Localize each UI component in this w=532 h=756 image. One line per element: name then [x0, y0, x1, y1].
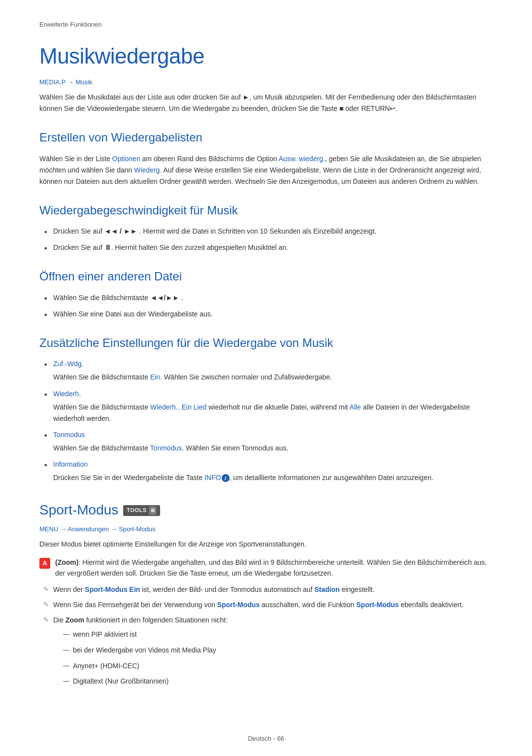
- note-item-1: Wenn der Sport-Modus Ein ist, werden der…: [39, 584, 493, 595]
- dash-item-2: bei der Wiedergabe von Videos mit Media …: [63, 645, 493, 656]
- page-footer: Deutsch - 66: [0, 734, 532, 744]
- list-item: Drücken Sie auf ◄◄ / ►► . Hiermit wird d…: [39, 226, 493, 237]
- intro-text: Wählen Sie die Musikdatei aus der Liste …: [39, 92, 493, 114]
- section-zusaetzlich-title: Zusätzliche Einstellungen für die Wieder…: [39, 334, 493, 352]
- sport-notes: Wenn der Sport-Modus Ein ist, werden der…: [39, 584, 493, 687]
- list-item-wiederh: Wiederh. Wählen Sie die Bildschirmtaste …: [39, 388, 493, 424]
- tools-icon: ⊞: [149, 506, 157, 515]
- sport-title: Sport-Modus: [39, 499, 118, 521]
- page-title: Musikwiedergabe: [39, 39, 493, 73]
- section-erstellen-title: Erstellen von Wiedergabelisten: [39, 128, 493, 147]
- dash-item-1: wenn PIP aktiviert ist: [63, 629, 493, 641]
- list-item: Wählen Sie die Bildschirmtaste ◄◄/►► .: [39, 292, 493, 304]
- list-item: Wählen Sie eine Datei aus der Wiedergabe…: [39, 309, 493, 320]
- sport-section-header: Sport-Modus TOOLS ⊞: [39, 499, 493, 521]
- sport-intro: Dieser Modus bietet optimierte Einstellu…: [39, 539, 493, 550]
- breadcrumb: Erweiterte Funktionen: [39, 20, 493, 30]
- zoom-item: A (Zoom): Hiermit wird die Wiedergabe an…: [39, 557, 493, 579]
- list-item-tonmodus: Tonmodus Wählen Sie die Bildschirmtaste …: [39, 429, 493, 454]
- zoom-a-icon: A: [39, 558, 50, 569]
- note-item-2: Wenn Sie das Fernsehgerät bei der Verwen…: [39, 599, 493, 611]
- dash-item-3: Anynet+ (HDMI-CEC): [63, 660, 493, 672]
- note-item-3: Die Zoom funktioniert in den folgenden S…: [39, 615, 493, 687]
- section-oeffnen-title: Öffnen einer anderen Datei: [39, 267, 493, 286]
- zoom-text: (Zoom): Hiermit wird die Wiedergabe ange…: [55, 557, 493, 579]
- nav-path: MEDIA.P → Musik: [39, 77, 493, 88]
- zusaetzlich-list: Zuf.-Wdg. Wählen Sie die Bildschirmtaste…: [39, 358, 493, 483]
- tools-badge: TOOLS ⊞: [123, 505, 160, 516]
- sport-nav-path: MENU → Anwendungen → Sport-Modus: [39, 524, 493, 535]
- list-item-information: Information Drücken Sie Sie in der Wiede…: [39, 459, 493, 483]
- geschwindigkeit-list: Drücken Sie auf ◄◄ / ►► . Hiermit wird d…: [39, 226, 493, 253]
- section-geschwindigkeit-title: Wiedergabegeschwindigkeit für Musik: [39, 201, 493, 220]
- section-erstellen-text: Wählen Sie in der Liste Optionen am ober…: [39, 153, 493, 187]
- list-item-zuf: Zuf.-Wdg. Wählen Sie die Bildschirmtaste…: [39, 358, 493, 383]
- oeffnen-list: Wählen Sie die Bildschirmtaste ◄◄/►► . W…: [39, 292, 493, 320]
- list-item: Drücken Sie auf ⏸. Hiermit halten Sie de…: [39, 242, 493, 253]
- zoom-dash-list: wenn PIP aktiviert ist bei der Wiedergab…: [63, 629, 493, 687]
- dash-item-4: Digitaltext (Nur Großbritannien): [63, 676, 493, 687]
